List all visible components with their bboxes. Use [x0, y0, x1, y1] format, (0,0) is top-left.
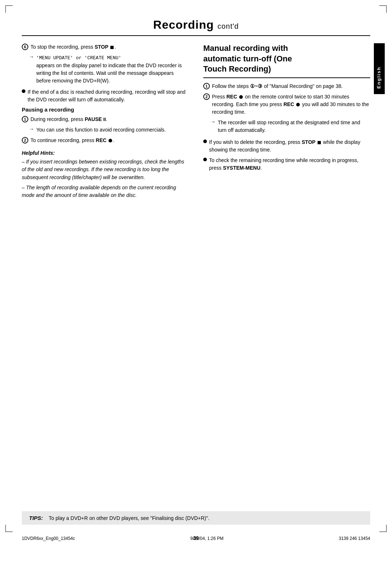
arrow-icon: →	[29, 54, 34, 60]
tips-text: To play a DVD+R on other DVD players, se…	[49, 515, 209, 521]
step-range: ①~③	[250, 83, 262, 89]
step6-item: 6 To stop the recording, press STOP .	[22, 43, 189, 51]
page-number: 39	[193, 535, 199, 541]
tips-label: TIPS:	[29, 515, 43, 521]
page-title: Recording cont'd	[22, 18, 370, 32]
hint2-text: – The length of recording available depe…	[22, 184, 189, 199]
step6-number: 6	[22, 44, 28, 50]
pausing-step2-number: 2	[22, 137, 28, 144]
bullet-icon3	[203, 158, 207, 161]
arrow-icon3: →	[211, 119, 216, 125]
right-step1: 1 Follow the steps ①~③ of "Manual Record…	[203, 82, 370, 90]
right-step1-text: Follow the steps ①~③ of "Manual Recordin…	[212, 82, 370, 90]
menu-update-text: 'MENU UPDATE' or 'CREATE MENU' appears o…	[36, 54, 189, 85]
right-step1-number: 1	[203, 83, 210, 89]
right-step2-text: Press REC on the remote control twice to…	[212, 93, 370, 116]
helpful-hints-title: Helpful Hints:	[22, 150, 189, 156]
stop-recording-arrow: → The recorder will stop recording at th…	[211, 119, 370, 134]
avoid-commercials-arrow: → You can use this function to avoid rec…	[29, 126, 189, 134]
pausing-step2: 2 To continue recording, press REC .	[22, 137, 189, 144]
stop-icon2	[318, 141, 321, 144]
rec-dot3	[296, 103, 300, 106]
tips-bar: TIPS: To play a DVD+R on other DVD playe…	[22, 511, 370, 525]
pause-sym: II	[103, 117, 106, 122]
menu-update-mono: 'MENU UPDATE' or 'CREATE MENU'	[36, 55, 121, 61]
stop-label2: STOP	[302, 139, 315, 145]
bullet-check-text: To check the remaining recording time wh…	[209, 157, 370, 172]
footer-right-code: 3139 246 13454	[339, 536, 370, 541]
system-menu-label: SYSTEM-MENU	[223, 165, 260, 171]
content-columns: 6 To stop the recording, press STOP . → …	[22, 43, 370, 205]
rec-dot2	[239, 95, 243, 99]
heading-line1: Manual recording with	[203, 44, 288, 53]
rec-label3: REC	[283, 101, 294, 107]
bullet-delete: If you wish to delete the recording, pre…	[203, 138, 370, 154]
stop-label: STOP	[95, 44, 109, 50]
footer-left: 1DVDR6xx_Eng00_13454c	[22, 536, 75, 541]
title-rule	[22, 35, 370, 36]
stop-icon	[110, 46, 114, 49]
title-text: Recording	[153, 18, 214, 31]
title-contd: cont'd	[217, 22, 239, 30]
hint1-text: – If you insert recordings between exist…	[22, 158, 189, 182]
pausing-step2-text: To continue recording, press REC .	[30, 137, 189, 144]
rec-dot	[109, 139, 112, 142]
bullet-delete-text: If you wish to delete the recording, pre…	[209, 138, 370, 154]
section-heading: Manual recording with automatic turn-off…	[203, 43, 370, 78]
left-column: 6 To stop the recording, press STOP . → …	[22, 43, 189, 205]
heading-line3: Touch Recording)	[203, 64, 271, 73]
bullet-icon	[22, 89, 25, 93]
bullet-disc-text: If the end of a disc is reached during r…	[28, 88, 189, 104]
menu-update-arrow: → 'MENU UPDATE' or 'CREATE MENU' appears…	[29, 54, 189, 85]
avoid-commercials-text: You can use this function to avoid recor…	[36, 126, 189, 134]
pausing-step1-text: During recording, press PAUSE II.	[30, 116, 189, 123]
bullet-disc-end: If the end of a disc is reached during r…	[22, 88, 189, 104]
right-step2: 2 Press REC on the remote control twice …	[203, 93, 370, 116]
bullet-check: To check the remaining recording time wh…	[203, 157, 370, 172]
page-title-area: Recording cont'd	[22, 15, 370, 32]
heading-line2: automatic turn-off (One	[203, 54, 292, 63]
pausing-step1: 1 During recording, press PAUSE II.	[22, 116, 189, 123]
pausing-step1-number: 1	[22, 116, 28, 122]
english-tab: English	[374, 43, 385, 94]
right-column: English Manual recording with automatic …	[203, 43, 370, 205]
helpful-hints: Helpful Hints: – If you insert recording…	[22, 150, 189, 199]
pausing-heading: Pausing a recording	[22, 106, 189, 113]
bullet-icon2	[203, 140, 207, 143]
rec-label: REC	[96, 137, 107, 143]
arrow-icon2: →	[29, 126, 34, 132]
step6-text: To stop the recording, press STOP .	[30, 43, 189, 51]
pause-label: PAUSE	[85, 116, 102, 122]
rec-label2: REC	[226, 94, 237, 100]
stop-recording-text: The recorder will stop recording at the …	[218, 119, 370, 134]
right-step2-number: 2	[203, 93, 210, 100]
